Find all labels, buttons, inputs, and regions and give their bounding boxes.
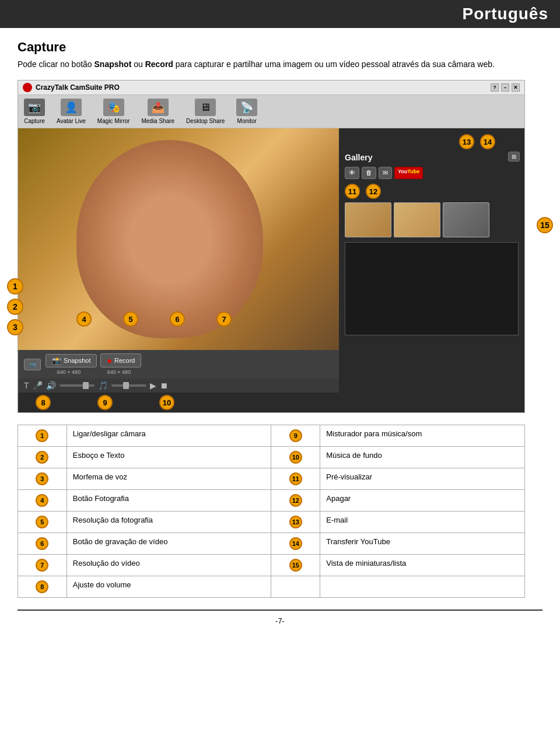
table-row: 2 Esboço e Texto 10 Música de fundo xyxy=(18,447,525,468)
callout-badge-9: 9 xyxy=(97,395,113,410)
snapshot-button[interactable]: 📸 Snapshot xyxy=(46,354,97,367)
row-num-right: 12 xyxy=(271,490,320,512)
callout-badge-7: 7 xyxy=(216,311,232,327)
row-desc-left: Esboço e Texto xyxy=(66,447,271,468)
minimize-button[interactable]: – xyxy=(501,83,509,92)
section-title: Capture xyxy=(18,40,542,55)
morpheme-icon: 🎤 xyxy=(33,381,43,390)
toolbar-media-share[interactable]: 📤 Media Share xyxy=(141,99,174,124)
table-row: 1 Ligar/desligar câmara 9 Misturador par… xyxy=(18,425,525,447)
row-desc-left: Botão Fotografia xyxy=(66,490,271,512)
table-row: 4 Botão Fotografia 12 Apagar xyxy=(18,490,525,512)
badge-11: 11 xyxy=(289,472,302,485)
row-num-right: 10 xyxy=(271,447,320,468)
badge-10: 10 xyxy=(289,451,302,464)
row-num-left: 2 xyxy=(18,447,67,468)
badge-12: 12 xyxy=(289,494,302,507)
toolbar-monitor[interactable]: 📡 Monitor xyxy=(236,99,257,124)
record-resolution: 640 × 480 xyxy=(96,369,142,375)
row-num-right: 14 xyxy=(271,533,320,555)
badge-1: 1 xyxy=(36,429,48,442)
page-footer: -7- xyxy=(18,610,542,631)
callout-badge-4: 4 xyxy=(76,311,92,327)
desc-middle: ou xyxy=(131,59,145,69)
snapshot-keyword: Snapshot xyxy=(94,59,132,69)
camera-view: 4 5 6 7 📹 📸 xyxy=(18,128,339,412)
toolbar-desktop-label: Desktop Share xyxy=(186,118,225,124)
snapshot-cam-icon: 📸 xyxy=(52,356,61,365)
volume-icon: 🔊 xyxy=(46,381,56,390)
badge-4: 4 xyxy=(36,494,48,507)
toolbar-capture[interactable]: 📷 Capture xyxy=(24,99,45,124)
volume-slider[interactable] xyxy=(60,384,94,387)
toolbar-media-label: Media Share xyxy=(141,118,174,124)
gallery-thumb-3[interactable] xyxy=(443,202,489,237)
badge-5: 5 xyxy=(36,516,48,528)
webcam-icon: 📹 xyxy=(28,360,37,369)
badge-9: 9 xyxy=(289,429,302,442)
row-num-left: 5 xyxy=(18,512,67,533)
gallery-delete-btn[interactable]: 🗑 xyxy=(362,167,376,179)
record-button[interactable]: ● Record xyxy=(100,353,141,367)
page-content: Capture Pode clicar no botão Snapshot ou… xyxy=(0,28,560,643)
gallery-title: Gallery xyxy=(345,153,519,162)
monitor-icon: 📡 xyxy=(236,99,257,116)
record-label: Record xyxy=(114,357,135,364)
capture-icon: 📷 xyxy=(24,99,45,116)
row-num-left: 6 xyxy=(18,533,67,555)
row-desc-right: Apagar xyxy=(320,490,525,512)
row-num-right: 11 xyxy=(271,468,320,490)
row-desc-right: Transferir YouTube xyxy=(320,533,525,555)
gallery-view-btn[interactable]: 👁 xyxy=(345,167,359,179)
row-desc-left: Ajuste do volume xyxy=(66,576,271,598)
callout-badge-3: 3 xyxy=(7,319,23,335)
desktop-share-icon: 🖥 xyxy=(195,99,216,116)
music-slider-thumb[interactable] xyxy=(123,382,129,389)
toolbar-avatar-live[interactable]: 👤 Avatar Live xyxy=(57,99,86,124)
music-slider[interactable] xyxy=(111,384,146,387)
table-row: 6 Botão de gravação de vídeo 14 Transfer… xyxy=(18,533,525,555)
callout-badge-11: 11 xyxy=(345,184,360,199)
gallery-email-btn[interactable]: ✉ xyxy=(379,167,392,179)
row-desc-right: Pré-visualizar xyxy=(320,468,525,490)
callout-badge-2: 2 xyxy=(7,299,23,315)
gallery-thumb-2[interactable] xyxy=(394,202,440,237)
snapshot-resolution: 640 × 480 xyxy=(46,369,92,375)
row-desc-right: E-mail xyxy=(320,512,525,533)
toolbar-desktop-share[interactable]: 🖥 Desktop Share xyxy=(186,99,225,124)
close-button[interactable]: ✕ xyxy=(512,83,520,92)
youtube-button[interactable]: YouTube xyxy=(394,167,423,179)
row-desc-left: Morfema de voz xyxy=(66,468,271,490)
header-bar: Português xyxy=(0,0,560,28)
gallery-thumb-1[interactable] xyxy=(345,202,391,237)
row-desc-right: Vista de miniaturas/lista xyxy=(320,555,525,576)
top-badge-row: 13 14 xyxy=(345,134,519,149)
gallery-view-toggle-button[interactable]: ⊞ xyxy=(508,152,520,162)
row-num-right xyxy=(271,576,320,598)
magic-mirror-icon: 🎭 xyxy=(103,99,124,116)
row-desc-left: Ligar/desligar câmara xyxy=(66,425,271,447)
table-row: 5 Resolução da fotografia 13 E-mail xyxy=(18,512,525,533)
row-num-left: 1 xyxy=(18,425,67,447)
section-description: Pode clicar no botão Snapshot ou Record … xyxy=(18,58,542,71)
snapshot-label: Snapshot xyxy=(64,357,90,364)
music-icon: 🎵 xyxy=(98,381,108,390)
desc-suffix: para capturar e partilhar uma imagem ou … xyxy=(173,59,495,69)
gallery-panel: 13 14 Gallery 👁 🗑 ✉ YouTube 11 12 xyxy=(339,128,524,412)
row-desc-right xyxy=(320,576,525,598)
camera-icon-btn[interactable]: 📹 xyxy=(24,359,41,370)
badge-8: 8 xyxy=(36,580,48,593)
camera-video-feed: 4 5 6 7 xyxy=(18,128,339,350)
volume-slider-thumb[interactable] xyxy=(83,382,89,389)
app-toolbar: 📷 Capture 👤 Avatar Live 🎭 Magic Mirror 📤… xyxy=(18,95,524,128)
play-icon: ▶ xyxy=(150,381,156,390)
help-button[interactable]: ? xyxy=(491,83,499,92)
toolbar-magic-mirror[interactable]: 🎭 Magic Mirror xyxy=(97,99,130,124)
row-num-left: 4 xyxy=(18,490,67,512)
callout-badge-1: 1 xyxy=(7,278,23,295)
app-window: CrazyTalk CamSuite PRO ? – ✕ 📷 Capture 👤… xyxy=(18,80,525,413)
capture-control-bar: 📹 📸 Snapshot ● Record xyxy=(18,350,339,379)
toolbar-magic-label: Magic Mirror xyxy=(97,118,130,124)
callout-badge-14: 14 xyxy=(480,134,495,149)
callout-badge-15: 15 xyxy=(537,217,553,233)
